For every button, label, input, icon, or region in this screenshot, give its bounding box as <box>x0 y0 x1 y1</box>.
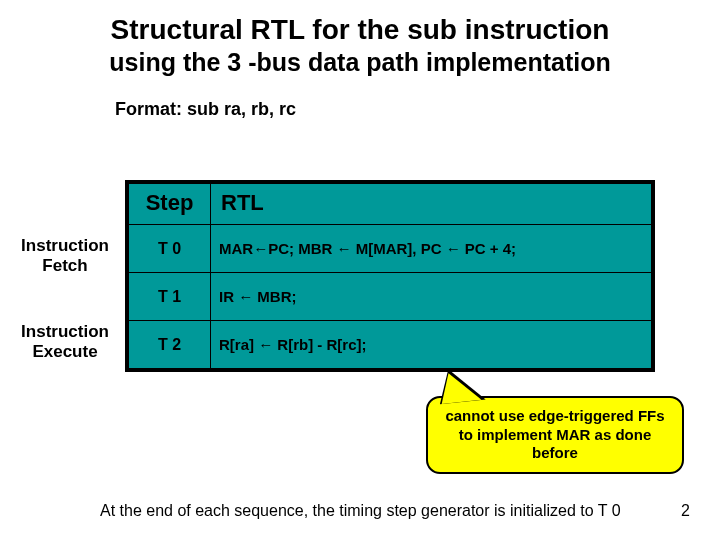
cell-step: T 1 <box>129 273 211 321</box>
slide-subtitle: using the 3 -bus data path implementatio… <box>0 48 720 77</box>
slide-title: Structural RTL for the sub instruction <box>0 14 720 46</box>
col-header-rtl: RTL <box>211 184 652 225</box>
label-instruction-fetch: Instruction Fetch <box>10 236 120 277</box>
callout-tail <box>439 370 482 404</box>
table-header-row: Step RTL <box>129 184 652 225</box>
table-row: T 1 IR ← MBR; <box>129 273 652 321</box>
page-number: 2 <box>681 502 690 520</box>
footer-text: At the end of each sequence, the timing … <box>100 502 621 520</box>
label-instruction-execute: Instruction Execute <box>10 322 120 363</box>
cell-step: T 0 <box>129 225 211 273</box>
cell-rtl: MAR←PC; MBR ← M[MAR], PC ← PC + 4; <box>211 225 652 273</box>
slide: Structural RTL for the sub instruction u… <box>0 0 720 540</box>
cell-step: T 2 <box>129 321 211 369</box>
rtl-table: Step RTL T 0 MAR←PC; MBR ← M[MAR], PC ← … <box>125 180 655 372</box>
table-row: T 0 MAR←PC; MBR ← M[MAR], PC ← PC + 4; <box>129 225 652 273</box>
cell-rtl: R[ra] ← R[rb] - R[rc]; <box>211 321 652 369</box>
col-header-step: Step <box>129 184 211 225</box>
footer: At the end of each sequence, the timing … <box>0 502 720 520</box>
table-row: T 2 R[ra] ← R[rb] - R[rc]; <box>129 321 652 369</box>
callout-bubble: cannot use edge-triggered FFs to impleme… <box>426 396 684 474</box>
cell-rtl: IR ← MBR; <box>211 273 652 321</box>
callout: cannot use edge-triggered FFs to impleme… <box>426 374 684 474</box>
format-line: Format: sub ra, rb, rc <box>115 99 720 120</box>
